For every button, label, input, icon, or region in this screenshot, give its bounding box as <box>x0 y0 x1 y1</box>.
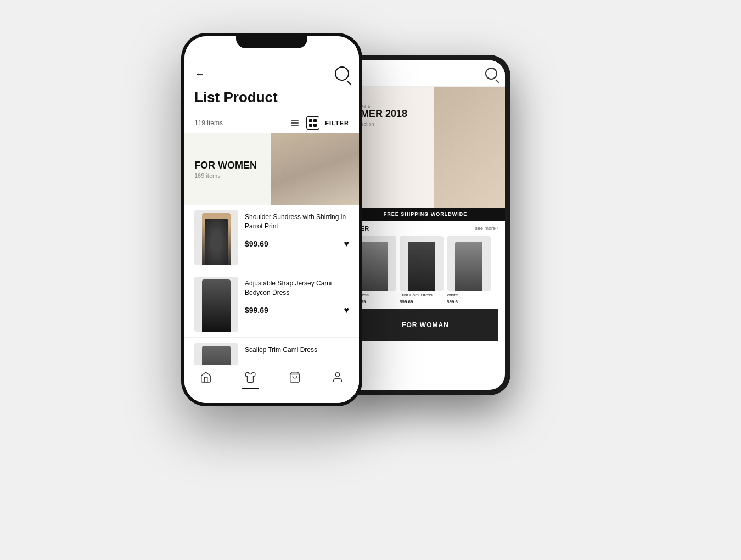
svg-point-1 <box>335 373 339 377</box>
phone2-device: arrivals MMER 2018 Collection FREE SHIPP… <box>340 55 510 395</box>
product-price-2: $99.69 <box>245 306 268 315</box>
phone1-banner-overlay: FOR WOMEN 169 items <box>194 160 257 179</box>
phone2-forwoman-banner[interactable]: FOR WOMAN <box>352 309 498 341</box>
list-icon-line-1 <box>291 120 299 121</box>
filter-button[interactable]: FILTER <box>325 120 349 126</box>
product-thumbnail-1 <box>194 210 238 265</box>
list-view-toggle[interactable] <box>289 117 301 128</box>
grid-cell-4 <box>313 124 317 127</box>
nav-item-clothing[interactable] <box>242 371 259 389</box>
product-price-row-1: $99.69 ♥ <box>245 239 349 249</box>
nav-item-bag[interactable] <box>288 371 301 384</box>
phone2-bestseller-section: LLER see more › <box>346 221 505 236</box>
phone1-bottom-nav <box>184 365 359 403</box>
phone1-screen: ← List Product 119 items FILTER <box>184 36 359 403</box>
store-icon <box>199 371 212 384</box>
phone2-product-item-2[interactable]: Trim Cami Dress $99.69 <box>400 236 444 304</box>
profile-icon <box>331 371 344 384</box>
product-thumbnail-2 <box>194 277 238 332</box>
wishlist-icon-2[interactable]: ♥ <box>344 305 350 315</box>
category-name: FOR WOMEN <box>194 160 257 171</box>
grid-cell-1 <box>309 119 312 122</box>
category-count: 169 items <box>194 172 257 179</box>
grid-cell-3 <box>309 124 312 127</box>
phone2-product-thumb-3 <box>455 242 482 291</box>
product-name-3: Scallop Trim Cami Dress <box>245 345 349 355</box>
phone2-product-name-2: Trim Cami Dress <box>400 293 444 298</box>
phone1-banner-model-image <box>271 133 359 205</box>
product-name-1: Shoulder Sundress with Shirring in Parro… <box>245 212 349 231</box>
product-item-2[interactable]: Adjustable Strap Jersey Cami Bodycon Dre… <box>184 271 359 338</box>
items-count: 119 items <box>194 119 283 127</box>
product-info-1: Shoulder Sundress with Shirring in Parro… <box>245 210 349 249</box>
product-name-2: Adjustable Strap Jersey Cami Bodycon Dre… <box>245 279 349 298</box>
back-icon[interactable]: ← <box>194 68 205 80</box>
grid-view-toggle[interactable] <box>306 116 319 130</box>
phone2-header <box>346 60 505 87</box>
grid-cell-2 <box>313 119 317 122</box>
phone2-product-thumb-2 <box>408 242 435 291</box>
page-title: List Product <box>194 89 278 105</box>
phone2-banner: arrivals MMER 2018 Collection <box>346 87 505 208</box>
phone2-see-more-text: see more <box>475 226 496 231</box>
clothing-icon <box>244 371 257 384</box>
phone1-device: ← List Product 119 items FILTER <box>181 33 362 406</box>
phone1-nav-header: ← <box>184 60 359 87</box>
phone2-product-price-3: $99.6 <box>447 299 491 304</box>
search-icon[interactable] <box>485 68 497 80</box>
wishlist-icon-1[interactable]: ♥ <box>344 239 350 249</box>
bag-icon <box>288 371 301 384</box>
search-icon[interactable] <box>335 66 349 81</box>
phone2-product-image-2 <box>400 236 444 291</box>
phone1-notch <box>236 33 307 48</box>
phone2-product-list: th Dress $99.69 Trim Cami Dress $99.69 W… <box>346 236 505 304</box>
product-item-1[interactable]: Shoulder Sundress with Shirring in Parro… <box>184 205 359 271</box>
phone2-product-thumb-1 <box>361 242 388 291</box>
list-icon-line-2 <box>291 122 299 124</box>
phone2-product-image-3 <box>447 236 491 291</box>
nav-item-store[interactable] <box>199 371 212 384</box>
nav-active-indicator <box>242 388 259 389</box>
phone1-category-banner[interactable]: FOR WOMEN 169 items <box>184 133 359 205</box>
phone2-product-name-3: White <box>447 293 491 298</box>
phone1-toolbar: 119 items FILTER <box>184 113 359 133</box>
product-info-3: Scallop Trim Cami Dress <box>245 343 349 362</box>
product-price-1: $99.69 <box>245 239 268 248</box>
phone2-banner-image <box>434 87 505 208</box>
phone2-forwoman-label: FOR WOMAN <box>402 321 449 329</box>
chevron-right-icon: › <box>497 226 498 231</box>
nav-item-profile[interactable] <box>331 371 344 384</box>
list-icon-line-3 <box>291 125 299 126</box>
phone1-page-title-container: List Product <box>184 87 359 113</box>
phone2-shipping-bar: FREE SHIPPING WORLDWIDE <box>346 208 505 221</box>
phone2-product-price-2: $99.69 <box>400 299 444 304</box>
phone2-see-more-link[interactable]: see more › <box>475 226 498 231</box>
phone2-product-item-3[interactable]: White $99.6 <box>447 236 491 304</box>
product-info-2: Adjustable Strap Jersey Cami Bodycon Dre… <box>245 277 349 315</box>
product-price-row-2: $99.69 ♥ <box>245 305 349 315</box>
phone2-screen: arrivals MMER 2018 Collection FREE SHIPP… <box>346 60 505 390</box>
